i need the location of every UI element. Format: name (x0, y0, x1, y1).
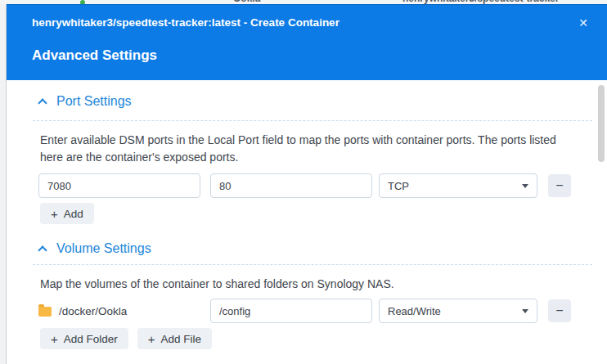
divider (33, 264, 592, 265)
volume-settings-toggle[interactable]: Volume Settings (39, 241, 151, 256)
plus-icon: + (51, 207, 58, 221)
volume-settings-title: Volume Settings (56, 241, 151, 256)
volume-mapping-row: /docker/Ookla Read/Write − (38, 299, 571, 323)
background-page-left (0, 4, 6, 364)
remove-volume-button[interactable]: − (548, 299, 571, 322)
port-settings-description: Enter available DSM ports in the Local P… (40, 132, 582, 166)
dialog-title: henrywhitaker3/speedtest-tracker:latest … (32, 16, 339, 29)
volume-actions: + Add Folder + Add File (40, 328, 212, 349)
create-container-dialog: henrywhitaker3/speedtest-tracker:latest … (6, 4, 607, 364)
add-port-label: Add (64, 208, 83, 220)
folder-path: /docker/Ookla (59, 305, 127, 317)
add-file-button[interactable]: + Add File (137, 328, 212, 349)
caret-down-icon (522, 309, 528, 313)
local-port-input[interactable] (38, 173, 200, 198)
add-file-label: Add File (161, 333, 202, 345)
dialog-body: Port Settings Enter available DSM ports … (7, 80, 607, 363)
folder-icon (38, 307, 52, 317)
caret-down-icon (522, 184, 528, 188)
volume-source: /docker/Ookla (38, 305, 200, 317)
chevron-up-icon (38, 98, 47, 107)
mode-select[interactable]: Read/Write (379, 299, 537, 323)
minus-icon: − (555, 304, 563, 317)
container-port-input[interactable] (210, 173, 372, 198)
dialog-header: henrywhitaker3/speedtest-tracker:latest … (7, 4, 607, 80)
page: Ookla henrywhitaker3/speedtest-tracker h… (0, 0, 607, 364)
close-icon: ✕ (578, 16, 588, 29)
add-folder-label: Add Folder (64, 333, 118, 345)
mount-path-input[interactable] (210, 299, 372, 323)
port-settings-title: Port Settings (56, 94, 132, 109)
protocol-select[interactable]: TCP (379, 173, 537, 198)
protocol-select-value: TCP (388, 180, 409, 192)
close-button[interactable]: ✕ (574, 14, 592, 32)
chevron-up-icon (38, 245, 47, 254)
port-mapping-row: TCP − (38, 173, 571, 198)
advanced-settings-heading: Advanced Settings (32, 47, 157, 64)
scrollbar-thumb[interactable] (598, 85, 605, 162)
plus-icon: + (148, 332, 155, 346)
plus-icon: + (51, 332, 58, 346)
port-settings-toggle[interactable]: Port Settings (39, 94, 132, 109)
divider (33, 120, 592, 121)
volume-settings-description: Map the volumes of the container to shar… (40, 276, 582, 293)
scrollbar-track[interactable] (596, 80, 607, 363)
minus-icon: − (555, 179, 563, 192)
remove-port-button[interactable]: − (548, 174, 571, 197)
mode-select-value: Read/Write (388, 305, 441, 317)
add-port-button[interactable]: + Add (40, 203, 94, 224)
add-folder-button[interactable]: + Add Folder (40, 328, 128, 349)
